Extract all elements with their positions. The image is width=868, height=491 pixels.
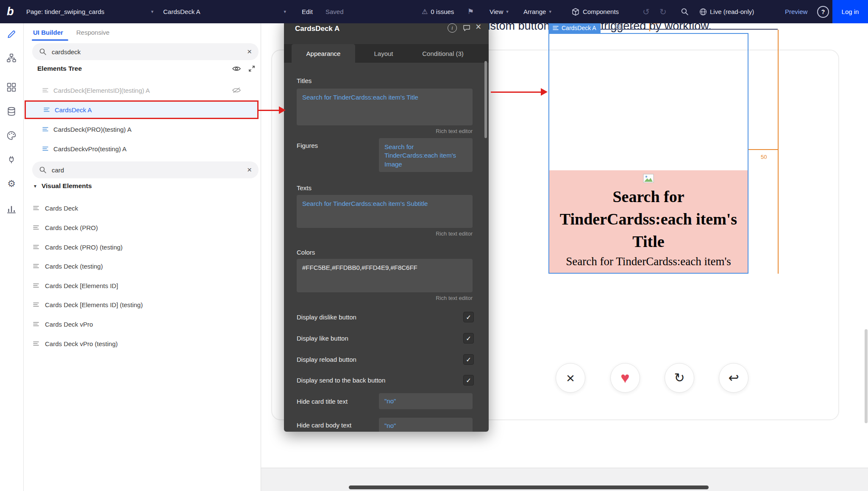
visual-elements-header[interactable]: ▼ Visual Elements <box>33 182 92 190</box>
elements-search-box[interactable]: × <box>32 161 259 178</box>
tab-conditional[interactable]: Conditional (3) <box>411 44 475 63</box>
login-button[interactable]: Log in <box>832 0 868 23</box>
measure-right-label: 50 <box>761 154 767 160</box>
page-selector[interactable]: Page: tinder_swiping_cards ▾ <box>26 0 153 23</box>
send-to-back-button[interactable]: ↩ <box>719 363 748 393</box>
texts-field[interactable]: Search for TinderCardss:each item's Subt… <box>297 195 473 228</box>
element-lines-icon <box>33 264 39 269</box>
display-reload-label: Display reload button <box>297 356 356 363</box>
list-item[interactable]: Cards Deck <box>23 198 261 218</box>
eye-icon[interactable] <box>232 66 241 72</box>
pencil-icon[interactable] <box>7 30 16 39</box>
tree-item-hidden[interactable]: CardsDeck[ElementsID](testing) A <box>23 80 261 100</box>
display-like-label: Display like button <box>297 335 348 342</box>
colors-value[interactable]: #FFC5BE,#FFDBB0,#FFD4E9,#F8C6FF <box>302 264 417 271</box>
titles-field[interactable]: Search for TinderCardss:each item's Titl… <box>297 89 473 125</box>
tree-search-input[interactable] <box>51 48 243 56</box>
grid-icon[interactable] <box>7 83 16 92</box>
tab-responsive[interactable]: Responsive <box>76 29 109 36</box>
hide-card-body-value[interactable]: "no" <box>384 422 396 429</box>
texts-label: Texts <box>297 184 312 191</box>
selection-badge-label: CardsDeck A <box>562 25 596 31</box>
bubble-logo[interactable]: b <box>7 0 14 23</box>
titles-expression[interactable]: Search for TinderCardss:each item's Titl… <box>302 94 418 101</box>
texts-expression[interactable]: Search for TinderCardss:each item's Subt… <box>302 200 428 207</box>
property-editor-tabs: Appearance Layout Conditional (3) <box>284 44 489 63</box>
search-icon <box>39 166 47 174</box>
chart-icon[interactable] <box>7 204 16 214</box>
tree-item-label: CardsDeck(PRO)(testing) A <box>53 126 131 133</box>
help-button[interactable]: ? <box>817 0 829 23</box>
preview-link[interactable]: Preview <box>785 0 807 23</box>
display-dislike-checkbox[interactable]: ✓ <box>463 312 474 322</box>
display-like-checkbox[interactable]: ✓ <box>463 333 474 344</box>
tab-layout[interactable]: Layout <box>360 44 407 63</box>
group-icon[interactable] <box>613 24 623 31</box>
issues-count-label: 0 issues <box>431 8 454 15</box>
clear-search-icon[interactable]: × <box>247 47 252 56</box>
like-button[interactable]: ♥ <box>610 363 640 393</box>
expand-tree-icon[interactable] <box>248 65 255 72</box>
palette-icon[interactable] <box>7 131 16 140</box>
list-item[interactable]: Cards Deck vPro (testing) <box>23 334 261 353</box>
hide-card-title-input[interactable]: "no" <box>379 393 473 409</box>
tab-ui-builder[interactable]: UI Builder <box>33 29 63 36</box>
list-item[interactable]: Cards Deck [Elements ID] (testing) <box>23 295 261 314</box>
canvas-horizontal-scrollbar[interactable] <box>349 485 709 489</box>
list-item[interactable]: Cards Deck (PRO) (testing) <box>23 237 261 257</box>
tab-appearance[interactable]: Appearance <box>292 44 355 63</box>
info-icon[interactable]: i <box>448 23 457 33</box>
database-icon[interactable] <box>7 107 16 116</box>
figures-expression[interactable]: Search for TinderCardss:each item's Imag… <box>384 143 456 168</box>
arrange-menu[interactable]: Arrange ▾ <box>523 0 551 23</box>
components-menu[interactable]: Components <box>571 0 619 23</box>
tree-item[interactable]: CardsDeckvPro(testing) A <box>23 139 261 158</box>
selection-badge[interactable]: CardsDeck A <box>548 22 601 33</box>
element-selector[interactable]: CardsDeck A ▾ <box>163 0 286 23</box>
search-icon[interactable] <box>681 0 689 23</box>
tree-search-box[interactable]: × <box>32 43 259 60</box>
hide-card-title-value[interactable]: "no" <box>384 397 396 405</box>
figures-field[interactable]: Search for TinderCardss:each item's Imag… <box>379 138 473 172</box>
rich-text-editor-link[interactable]: Rich text editor <box>436 128 473 134</box>
flag-icon[interactable]: ⚑ <box>467 0 474 23</box>
badge-chevron-icon[interactable]: ▾ <box>631 25 633 31</box>
chevron-down-icon: ▾ <box>506 9 509 14</box>
canvas-vertical-scrollbar[interactable] <box>865 329 868 423</box>
issues-indicator[interactable]: ⚠ 0 issues <box>422 0 454 23</box>
elements-search-input[interactable] <box>51 166 243 174</box>
edit-menu[interactable]: Edit <box>302 0 313 23</box>
tree-item-label: CardsDeck[ElementsID](testing) A <box>53 87 150 94</box>
tinder-card[interactable]: Search for TinderCardss:each item's Titl… <box>549 170 748 273</box>
undo-icon[interactable]: ↺ <box>643 0 650 23</box>
tree-item-selected[interactable]: CardsDeck A <box>25 100 259 119</box>
comment-icon[interactable] <box>463 24 470 32</box>
redo-icon[interactable]: ↻ <box>659 0 667 23</box>
display-reload-checkbox[interactable]: ✓ <box>463 354 474 365</box>
view-menu[interactable]: View ▾ <box>490 0 509 23</box>
list-item-label: Cards Deck [Elements ID] <box>45 282 118 289</box>
triangle-down-icon: ▼ <box>33 184 37 189</box>
plugin-icon[interactable] <box>7 155 16 164</box>
tree-item[interactable]: CardsDeck(PRO)(testing) A <box>23 119 261 139</box>
reload-icon: ↻ <box>674 372 684 384</box>
dislike-button[interactable]: × <box>556 363 585 393</box>
environment-selector[interactable]: Live (read-only) <box>699 0 754 23</box>
list-item[interactable]: Cards Deck vPro <box>23 314 261 334</box>
colors-field[interactable]: #FFC5BE,#FFDBB0,#FFD4E9,#F8C6FF <box>297 259 473 292</box>
gear-icon[interactable]: ⚙ <box>7 179 16 189</box>
list-item[interactable]: Cards Deck [Elements ID] <box>23 276 261 295</box>
cube-icon <box>571 8 580 16</box>
display-send-back-checkbox[interactable]: ✓ <box>463 375 474 386</box>
rich-text-editor-link[interactable]: Rich text editor <box>436 230 473 237</box>
eye-off-icon[interactable] <box>232 87 241 93</box>
clear-search-icon[interactable]: × <box>247 165 252 175</box>
popup-scrollbar[interactable] <box>484 61 487 138</box>
rich-text-editor-link[interactable]: Rich text editor <box>436 295 473 301</box>
sitemap-icon[interactable] <box>7 53 16 63</box>
list-item[interactable]: Cards Deck (PRO) <box>23 218 261 237</box>
list-item[interactable]: Cards Deck (testing) <box>23 256 261 276</box>
reload-button[interactable]: ↻ <box>665 363 694 393</box>
hide-card-body-input[interactable]: "no" <box>379 418 473 432</box>
property-editor[interactable]: CardsDeck A i × Appearance Layout Condit… <box>284 18 489 432</box>
